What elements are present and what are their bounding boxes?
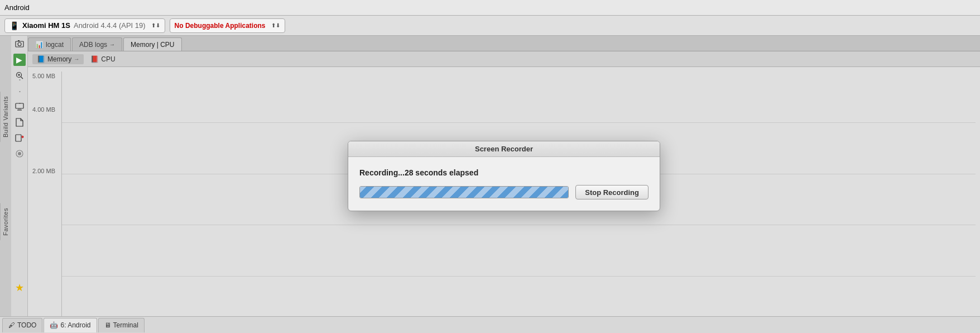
export-icon[interactable] (13, 132, 26, 144)
top-bar-title: Android (4, 3, 30, 12)
dialog-overlay: Screen Recorder Recording...28 seconds e… (28, 36, 980, 316)
status-bar: 🖋 TODO 🤖 6: Android 🖥 Terminal (0, 316, 980, 333)
camera-icon[interactable] (13, 38, 26, 50)
separator-dots: ··· (13, 85, 26, 97)
svg-point-15 (18, 152, 21, 155)
star-icon[interactable]: ★ (13, 282, 26, 294)
circle-icon[interactable] (13, 148, 26, 160)
todo-icon: 🖋 (8, 321, 15, 329)
app-name: No Debuggable Applications (175, 22, 266, 30)
recording-status: Recording...28 seconds elapsed (359, 168, 648, 177)
device-monitor-icon[interactable] (13, 101, 26, 113)
status-tab-todo[interactable]: 🖋 TODO (2, 318, 42, 332)
svg-line-4 (21, 77, 23, 79)
android-icon: 🤖 (50, 321, 58, 329)
main-panel: Build Variants Favorites ▶ ··· (0, 36, 980, 316)
build-variants-label[interactable]: Build Variants (0, 92, 11, 142)
status-tab-terminal[interactable]: 🖥 Terminal (98, 318, 145, 332)
recording-progress-bar (359, 186, 569, 198)
device-details: Android 4.4.4 (API 19) (74, 21, 146, 30)
screen-recorder-dialog: Screen Recorder Recording...28 seconds e… (348, 141, 660, 211)
top-bar: Android (0, 0, 980, 16)
favorites-label[interactable]: Favorites (0, 203, 11, 240)
stop-recording-button[interactable]: Stop Recording (575, 185, 648, 199)
dialog-actions: Stop Recording (359, 185, 648, 199)
content-panel: 📊 logcat ADB logs → Memory | CPU 📘 Memor… (28, 36, 980, 316)
left-labels: Build Variants Favorites (0, 36, 11, 316)
svg-rect-8 (18, 108, 21, 110)
status-tab-android[interactable]: 🤖 6: Android (44, 318, 97, 332)
svg-rect-10 (16, 135, 21, 141)
device-selector[interactable]: 📱 Xiaomi HM 1S Android 4.4.4 (API 19) ⬆⬇ (4, 18, 165, 33)
dialog-titlebar: Screen Recorder (348, 141, 660, 157)
svg-rect-7 (16, 103, 23, 108)
svg-rect-2 (18, 40, 20, 41)
app-selector[interactable]: No Debuggable Applications ⬆⬇ (170, 18, 285, 33)
app-chevron-icon: ⬆⬇ (271, 22, 280, 28)
progress-fill (360, 187, 568, 198)
dialog-content: Recording...28 seconds elapsed Stop Reco… (348, 157, 660, 211)
play-icon[interactable]: ▶ (13, 54, 26, 66)
device-chevron-icon: ⬆⬇ (151, 22, 160, 28)
svg-point-1 (18, 42, 21, 46)
mid-sidebar: ▶ ··· (11, 36, 28, 316)
file-icon[interactable] (13, 116, 26, 129)
device-name: Xiaomi HM 1S (22, 21, 70, 30)
toolbar-row: 📱 Xiaomi HM 1S Android 4.4.4 (API 19) ⬆⬇… (0, 16, 980, 36)
device-icon: 📱 (9, 21, 19, 30)
terminal-icon: 🖥 (104, 321, 111, 329)
